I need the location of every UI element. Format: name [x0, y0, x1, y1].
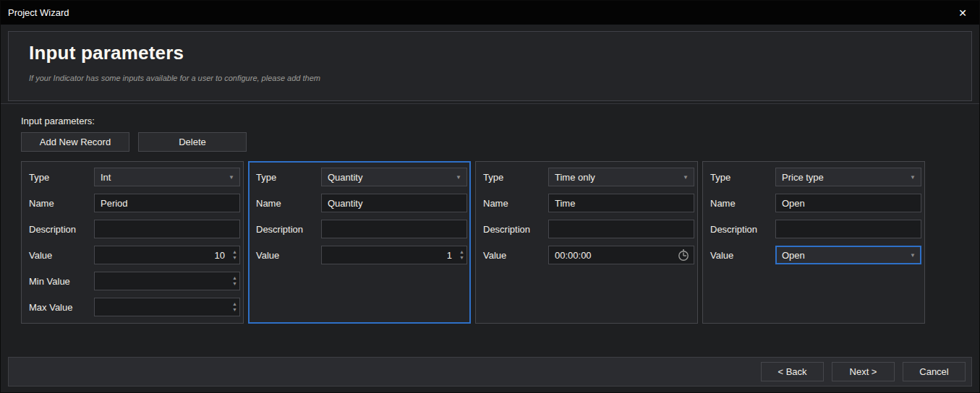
name-label: Name: [256, 198, 321, 209]
project-wizard-window: Project Wizard ✕ Input parameters If you…: [0, 0, 980, 393]
page-title: Input parameters: [29, 42, 971, 64]
parameter-cards: Type Int ▼ Name Description Value: [21, 161, 959, 324]
name-input[interactable]: [775, 194, 921, 212]
name-label: Name: [710, 198, 775, 209]
footer-section: < Back Next > Cancel: [1, 357, 979, 392]
type-label: Type: [29, 172, 94, 183]
type-dropdown[interactable]: Quantity ▼: [321, 168, 467, 186]
description-label: Description: [29, 224, 94, 235]
description-label: Description: [710, 224, 775, 235]
spin-down-icon[interactable]: ▼: [232, 282, 237, 286]
spin-down-icon[interactable]: ▼: [459, 256, 464, 260]
close-icon: ✕: [958, 7, 967, 19]
value-row: Value ▲ ▼: [29, 246, 240, 264]
name-input[interactable]: [321, 194, 467, 212]
value-input[interactable]: [94, 246, 240, 264]
value-label: Value: [256, 250, 321, 261]
description-input[interactable]: [548, 220, 694, 238]
name-label: Name: [483, 198, 548, 209]
type-dropdown[interactable]: Int ▼: [94, 168, 240, 186]
value-label: Value: [29, 250, 94, 261]
spin-up-icon[interactable]: ▲: [232, 276, 237, 280]
add-new-record-button[interactable]: Add New Record: [21, 132, 129, 152]
name-input[interactable]: [548, 194, 694, 212]
description-input[interactable]: [94, 220, 240, 238]
type-dropdown-value: Price type: [782, 172, 824, 183]
spin-up-icon[interactable]: ▲: [232, 302, 237, 306]
value-spinner: ▲ ▼: [232, 246, 237, 264]
min-value-input[interactable]: [94, 272, 240, 290]
description-row: Description: [483, 220, 694, 238]
parameter-card-time[interactable]: Type Time only ▼ Name Description Value: [475, 161, 698, 324]
spin-down-icon[interactable]: ▼: [232, 308, 237, 312]
time-input[interactable]: [548, 246, 694, 264]
chevron-down-icon: ▼: [910, 252, 916, 259]
footer-bar: < Back Next > Cancel: [8, 357, 972, 386]
type-label: Type: [256, 172, 321, 183]
chevron-down-icon: ▼: [229, 174, 234, 181]
type-label: Type: [710, 172, 775, 183]
description-row: Description: [710, 220, 921, 238]
type-row: Type Int ▼: [29, 168, 240, 186]
chevron-down-icon: ▼: [910, 174, 916, 181]
description-row: Description: [29, 220, 240, 238]
type-row: Type Quantity ▼: [256, 168, 467, 186]
spin-down-icon[interactable]: ▼: [232, 256, 237, 260]
parameter-card-int[interactable]: Type Int ▼ Name Description Value: [21, 161, 244, 324]
description-input[interactable]: [321, 220, 467, 238]
back-button[interactable]: < Back: [761, 362, 824, 381]
type-dropdown[interactable]: Time only ▼: [548, 168, 694, 186]
value-spinner: ▲ ▼: [459, 246, 464, 264]
description-input[interactable]: [775, 220, 921, 238]
max-value-input[interactable]: [94, 298, 240, 316]
type-dropdown-value: Time only: [555, 172, 595, 183]
next-button[interactable]: Next >: [832, 362, 895, 381]
value-input[interactable]: [321, 246, 467, 264]
min-value-label: Min Value: [29, 276, 94, 287]
delete-button[interactable]: Delete: [138, 132, 247, 152]
name-input[interactable]: [94, 194, 240, 212]
value-row: Value Open ▼: [710, 246, 921, 264]
close-button[interactable]: ✕: [946, 1, 979, 25]
max-value-row: Max Value ▲ ▼: [29, 298, 240, 316]
header-section: Input parameters If your Indicator has s…: [1, 25, 979, 101]
min-value-row: Min Value ▲ ▼: [29, 272, 240, 290]
parameter-card-price-type[interactable]: Type Price type ▼ Name Description Value: [702, 161, 925, 324]
spin-up-icon[interactable]: ▲: [232, 250, 237, 254]
type-dropdown-value: Int: [101, 172, 111, 183]
window-title: Project Wizard: [1, 7, 946, 18]
value-row: Value ▲ ▼: [256, 246, 467, 264]
value-row: Value: [483, 246, 694, 264]
description-row: Description: [256, 220, 467, 238]
cancel-button[interactable]: Cancel: [903, 362, 966, 381]
max-value-spinner: ▲ ▼: [232, 298, 237, 316]
name-row: Name: [710, 194, 921, 212]
type-label: Type: [483, 172, 548, 183]
type-row: Type Time only ▼: [483, 168, 694, 186]
min-value-spinner: ▲ ▼: [232, 272, 237, 290]
title-bar: Project Wizard ✕: [1, 1, 979, 25]
content-area: Input parameters: Add New Record Delete …: [1, 104, 979, 357]
value-label: Value: [483, 250, 548, 261]
parameter-card-quantity[interactable]: Type Quantity ▼ Name Description Value: [248, 161, 471, 324]
page-subtitle: If your Indicator has some inputs availa…: [29, 74, 971, 82]
header-panel: Input parameters If your Indicator has s…: [8, 31, 972, 101]
max-value-label: Max Value: [29, 302, 94, 313]
list-label: Input parameters:: [21, 116, 959, 126]
toolbar: Add New Record Delete: [21, 132, 959, 152]
value-label: Value: [710, 250, 775, 261]
chevron-down-icon: ▼: [456, 174, 461, 181]
name-label: Name: [29, 198, 94, 209]
name-row: Name: [483, 194, 694, 212]
name-row: Name: [29, 194, 240, 212]
value-dropdown-value: Open: [782, 250, 805, 261]
description-label: Description: [256, 224, 321, 235]
chevron-down-icon: ▼: [683, 174, 689, 181]
type-dropdown[interactable]: Price type ▼: [775, 168, 921, 186]
value-dropdown[interactable]: Open ▼: [775, 246, 921, 264]
type-row: Type Price type ▼: [710, 168, 921, 186]
name-row: Name: [256, 194, 467, 212]
clock-icon[interactable]: [677, 249, 690, 262]
spin-up-icon[interactable]: ▲: [459, 250, 464, 254]
type-dropdown-value: Quantity: [328, 172, 362, 183]
